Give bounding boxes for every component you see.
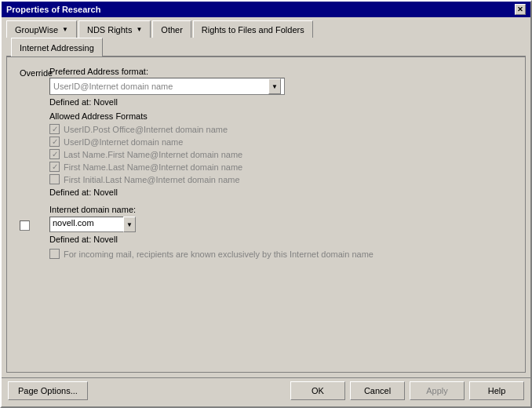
override-row: Override Preferred Address format: UserI… xyxy=(20,67,512,107)
preferred-address-value: UserID@Internet domain name xyxy=(53,82,173,91)
defined-at-2: Defined at: Novell xyxy=(49,188,512,197)
incoming-mail-row: For incoming mail, recipients are known … xyxy=(49,249,512,259)
preferred-address-arrow[interactable]: ▼ xyxy=(268,78,281,94)
footer: Page Options... OK Cancel Apply Help xyxy=(2,377,530,406)
internet-domain-section: Internet domain name: novell.com ▼ Defin… xyxy=(49,205,512,259)
tab-groupwise-label: GroupWise xyxy=(15,25,58,35)
format-checkbox-5[interactable] xyxy=(49,174,60,184)
format-checkbox-3[interactable] xyxy=(49,149,60,159)
override-label: Override xyxy=(20,68,53,78)
internet-domain-checkbox-col xyxy=(20,205,43,231)
internet-domain-row: Internet domain name: novell.com ▼ Defin… xyxy=(20,205,512,259)
tab-other-label: Other xyxy=(161,25,183,35)
tab-internet-addressing-label: Internet Addressing xyxy=(20,43,94,53)
content-area: Override Preferred Address format: UserI… xyxy=(6,56,526,373)
close-button[interactable]: ✕ xyxy=(515,4,526,15)
title-bar: Properties of Research ✕ xyxy=(2,2,530,17)
internet-domain-checkbox[interactable] xyxy=(20,220,30,231)
format-label-4: First Name.Last Name@Internet domain nam… xyxy=(64,162,242,172)
window-title: Properties of Research xyxy=(6,5,100,14)
allowed-formats-label: Allowed Address Formats xyxy=(49,111,512,121)
internet-domain-label: Internet domain name: xyxy=(49,205,512,214)
defined-at-1: Defined at: Novell xyxy=(49,97,512,107)
format-label-3: Last Name.First Name@Internet domain nam… xyxy=(64,150,242,159)
incoming-mail-checkbox[interactable] xyxy=(49,249,60,259)
tab-nds-rights[interactable]: NDS Rights ▼ xyxy=(78,20,151,38)
format-label-2: UserID@Internet domain name xyxy=(64,137,183,147)
override-checkbox-col: Override xyxy=(20,67,43,81)
domain-select[interactable]: novell.com ▼ xyxy=(49,217,136,232)
tab-internet-addressing[interactable]: Internet Addressing xyxy=(11,38,103,56)
preferred-address-select[interactable]: UserID@Internet domain name ▼ xyxy=(49,78,285,95)
format-label-5: First Initial.Last Name@Internet domain … xyxy=(64,175,240,184)
ok-button[interactable]: OK xyxy=(290,381,345,400)
apply-button[interactable]: Apply xyxy=(410,381,465,400)
tab-rights-files[interactable]: Rights to Files and Folders xyxy=(193,20,313,38)
format-item-5: First Initial.Last Name@Internet domain … xyxy=(49,174,512,184)
preferred-address-section: Preferred Address format: UserID@Interne… xyxy=(49,67,512,107)
tab-nds-rights-arrow: ▼ xyxy=(136,26,142,33)
domain-arrow[interactable]: ▼ xyxy=(123,217,136,232)
tab-groupwise-arrow: ▼ xyxy=(62,26,68,33)
format-checkbox-2[interactable] xyxy=(49,137,60,147)
formats-list: UserID.Post Office@Internet domain name … xyxy=(49,124,512,184)
allowed-formats-section: Allowed Address Formats UserID.Post Offi… xyxy=(49,111,512,197)
help-button[interactable]: Help xyxy=(469,381,524,400)
footer-right-buttons: OK Cancel Apply Help xyxy=(290,381,524,400)
tab-rights-files-label: Rights to Files and Folders xyxy=(202,25,304,35)
format-item-4: First Name.Last Name@Internet domain nam… xyxy=(49,162,512,172)
defined-at-3: Defined at: Novell xyxy=(49,235,512,244)
tab-nds-rights-label: NDS Rights xyxy=(87,25,132,35)
format-item-3: Last Name.First Name@Internet domain nam… xyxy=(49,149,512,159)
format-label-1: UserID.Post Office@Internet domain name xyxy=(64,125,228,134)
incoming-mail-label: For incoming mail, recipients are known … xyxy=(64,250,373,259)
format-checkbox-4[interactable] xyxy=(49,162,60,172)
preferred-address-label: Preferred Address format: xyxy=(49,67,512,76)
main-window: Properties of Research ✕ GroupWise ▼ NDS… xyxy=(0,0,532,408)
tab-other[interactable]: Other xyxy=(152,20,191,38)
domain-input[interactable]: novell.com xyxy=(49,217,123,232)
domain-value: novell.com xyxy=(53,218,94,228)
tabs-row-1: GroupWise ▼ NDS Rights ▼ Other Rights to… xyxy=(2,17,530,38)
footer-left: Page Options... xyxy=(8,381,88,400)
page-options-button[interactable]: Page Options... xyxy=(8,381,88,400)
tab-groupwise[interactable]: GroupWise ▼ xyxy=(6,20,77,38)
format-item-1: UserID.Post Office@Internet domain name xyxy=(49,124,512,134)
format-item-2: UserID@Internet domain name xyxy=(49,137,512,147)
cancel-button[interactable]: Cancel xyxy=(350,381,405,400)
format-checkbox-1[interactable] xyxy=(49,124,60,134)
